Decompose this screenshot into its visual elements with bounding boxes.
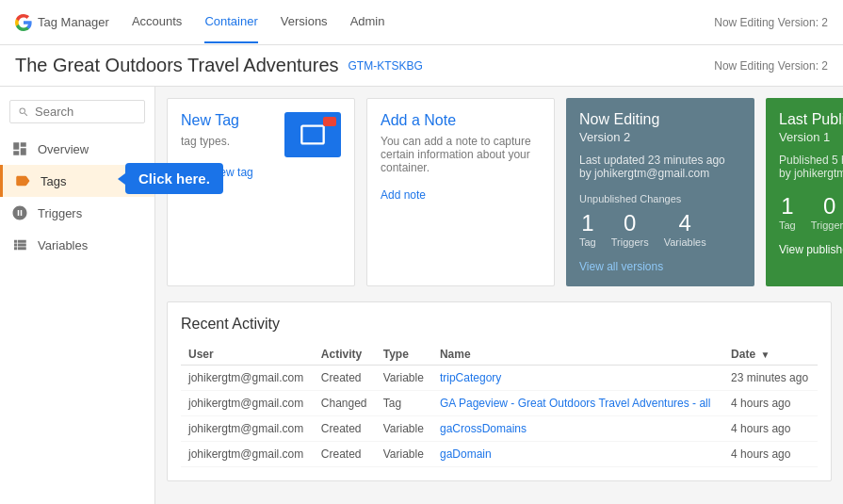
new-tag-desc: tag types. [181, 135, 239, 148]
cell-type: Variable [376, 366, 432, 391]
page-title: The Great Outdoors Travel Adventures [15, 55, 339, 76]
nav-item-accounts[interactable]: Accounts [132, 1, 182, 43]
sidebar-label-triggers: Triggers [38, 206, 82, 220]
cell-type: Variable [376, 416, 432, 442]
col-activity: Activity [314, 344, 376, 366]
sidebar-label-tags: Tags [41, 174, 66, 188]
cell-user: johikergtm@gmail.com [181, 366, 314, 391]
add-note-link[interactable]: Add note [381, 188, 426, 202]
tag-box-icon [300, 122, 326, 148]
now-editing-stats: 1 Tag 0 Triggers 4 Variables [579, 210, 741, 248]
activity-table: User Activity Type Name Date ▼ johikergt… [181, 344, 818, 467]
sort-icon: ▼ [760, 350, 770, 360]
search-box[interactable] [9, 100, 145, 123]
stat-triggers: 0 Triggers [611, 210, 649, 248]
google-logo-icon [15, 14, 32, 31]
cell-type: Variable [376, 442, 432, 467]
lp-stat-triggers: 0 Triggers [811, 193, 843, 231]
last-published-title: Last Published [779, 111, 843, 128]
cell-user: johikergtm@gmail.com [181, 391, 314, 416]
container-id: GTM-KTSKBG [349, 59, 423, 73]
col-date[interactable]: Date ▼ [723, 344, 818, 366]
lp-stat-tag: 1 Tag [779, 193, 796, 231]
stat-variables: 4 Variables [664, 210, 706, 248]
last-published-stats: 1 Tag 0 Triggers 0 Variables [779, 193, 843, 231]
cell-activity: Created [314, 366, 376, 391]
now-editing-card-title: Now Editing [579, 111, 741, 128]
table-row: johikergtm@gmail.com Created Variable tr… [181, 366, 818, 391]
cell-activity: Changed [314, 391, 376, 416]
sidebar-label-overview: Overview [38, 142, 89, 156]
logo-text: Tag Manager [38, 15, 109, 29]
note-title: Add a Note [381, 112, 541, 129]
cell-user: johikergtm@gmail.com [181, 442, 314, 467]
cell-user: johikergtm@gmail.com [181, 416, 314, 442]
tags-icon [14, 172, 31, 189]
last-published-version: Version 1 [779, 130, 843, 144]
view-all-versions-link[interactable]: View all versions [579, 260, 663, 273]
triggers-icon [11, 204, 28, 221]
variables-icon [11, 236, 28, 253]
cell-type: Tag [376, 391, 432, 416]
col-name: Name [432, 344, 723, 366]
recent-activity-section: Recent Activity User Activity Type Name … [167, 301, 832, 481]
last-published-card: Last Published Version 1 Published 5 hou… [766, 98, 843, 286]
cards-row: New Tag tag types. Add a new tag A [167, 98, 832, 286]
note-card: Add a Note You can add a note to capture… [366, 98, 555, 286]
nav-item-container[interactable]: Container [204, 1, 257, 43]
cell-name[interactable]: gaDomain [432, 442, 723, 467]
cell-name[interactable]: tripCategory [432, 366, 723, 391]
sidebar: Overview Tags Click here. Triggers Varia… [0, 87, 155, 504]
cell-activity: Created [314, 416, 376, 442]
now-editing-card: Now Editing Version 2 Last updated 23 mi… [566, 98, 754, 286]
table-row: johikergtm@gmail.com Changed Tag GA Page… [181, 391, 818, 416]
cell-name[interactable]: gaCrossDomains [432, 416, 723, 442]
page-title-group: The Great Outdoors Travel Adventures GTM… [15, 55, 423, 76]
content-area: New Tag tag types. Add a new tag A [155, 87, 843, 504]
nav-links: Accounts Container Versions Admin [132, 1, 385, 43]
unpublished-label: Unpublished Changes [579, 193, 741, 204]
sidebar-item-triggers[interactable]: Triggers [0, 197, 154, 229]
cell-date: 23 minutes ago [723, 366, 818, 391]
cell-name[interactable]: GA Pageview - Great Outdoors Travel Adve… [432, 391, 723, 416]
now-editing-card-version: Version 2 [579, 130, 741, 144]
cell-date: 4 hours ago [723, 391, 818, 416]
overview-icon [11, 140, 28, 157]
page-header: The Great Outdoors Travel Adventures GTM… [0, 45, 843, 87]
now-editing-version: Now Editing Version: 2 [714, 59, 828, 73]
nav-item-admin[interactable]: Admin [350, 1, 385, 43]
nav-item-versions[interactable]: Versions [281, 1, 328, 43]
tooltip-bubble: Click here. [125, 163, 223, 194]
search-input[interactable] [35, 105, 137, 119]
tag-icon-box [284, 112, 341, 157]
col-user: User [181, 344, 314, 366]
table-row: johikergtm@gmail.com Created Variable ga… [181, 442, 818, 467]
cell-activity: Created [314, 442, 376, 467]
sidebar-label-variables: Variables [38, 238, 88, 252]
note-desc: You can add a note to capture certain in… [381, 135, 541, 174]
sidebar-item-variables[interactable]: Variables [0, 229, 154, 261]
last-published-updated: Published 5 hours ago by johikergtm@gmai… [779, 154, 843, 180]
new-tag-title: New Tag [181, 112, 239, 129]
search-icon [18, 106, 29, 119]
table-row: johikergtm@gmail.com Created Variable ga… [181, 416, 818, 442]
nav-now-editing: Now Editing Version: 2 [714, 16, 828, 29]
now-editing-card-updated: Last updated 23 minutes ago by johikergt… [579, 154, 741, 180]
cell-date: 4 hours ago [723, 442, 818, 467]
sidebar-item-overview[interactable]: Overview [0, 133, 154, 165]
sidebar-item-tags[interactable]: Tags Click here. [0, 165, 154, 197]
cell-date: 4 hours ago [723, 416, 818, 442]
logo-area: Tag Manager [15, 14, 109, 31]
col-type: Type [376, 344, 432, 366]
tag-red-badge [323, 117, 336, 126]
top-nav: Tag Manager Accounts Container Versions … [0, 0, 843, 45]
view-published-version-link[interactable]: View published version [779, 243, 843, 256]
main-layout: Overview Tags Click here. Triggers Varia… [0, 87, 843, 504]
recent-activity-title: Recent Activity [181, 316, 818, 333]
stat-tag: 1 Tag [579, 210, 596, 248]
